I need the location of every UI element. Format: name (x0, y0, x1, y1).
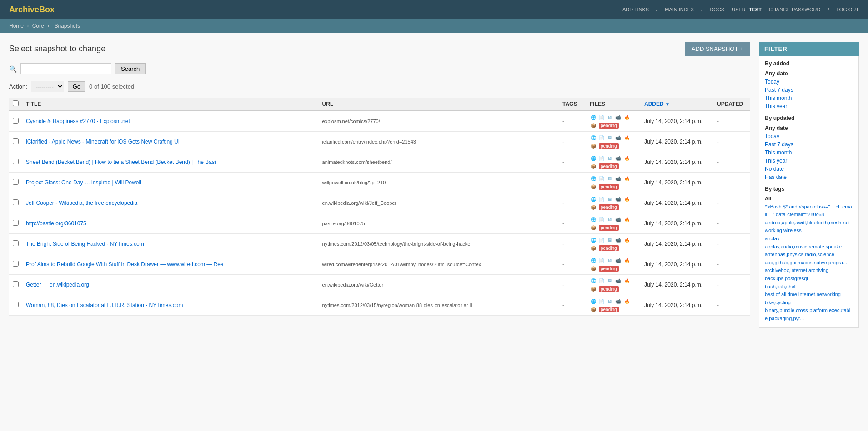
filter-tag-all[interactable]: All (765, 195, 853, 203)
wget-icon: 🔥 (623, 216, 631, 223)
updated-header[interactable]: UPDATED (713, 98, 750, 111)
row-url-cell: nytimes.com/2012/03/05/technology/the-br… (319, 234, 559, 254)
row-checkbox[interactable] (13, 138, 19, 144)
main-container: Select snapshot to change ADD SNAPSHOT +… (0, 33, 868, 337)
row-checkbox[interactable] (13, 118, 19, 124)
row-checkbox[interactable] (13, 159, 19, 164)
globe-icon: 🌐 (590, 257, 597, 264)
select-all-header[interactable] (9, 98, 22, 111)
row-title-link[interactable]: http://pastie.org/3601075 (26, 220, 86, 227)
screenshot-icon: 🖥 (606, 154, 613, 162)
search-button[interactable]: Search (115, 63, 146, 74)
pending-badge: pending (599, 307, 619, 312)
screenshot-icon: 🖥 (606, 195, 613, 203)
main-index-nav[interactable]: MAIN INDEX (665, 7, 694, 12)
archive-icon: 📦 (590, 224, 597, 231)
row-title-link[interactable]: Cyanide & Happiness #2770 - Explosm.net (26, 118, 130, 124)
filter-tag-archivebox[interactable]: archivebox,internet archiving (765, 267, 853, 275)
filter-tag-bash[interactable]: ^>Bash $* and <span class="__cf_email__"… (765, 203, 853, 219)
pending-badge: pending (599, 184, 619, 190)
filter-tag-bike[interactable]: bike,cycling (765, 299, 853, 307)
header-nav: ADD LINKS / MAIN INDEX / DOCS USER TEST … (622, 7, 859, 12)
add-snapshot-button[interactable]: ADD SNAPSHOT + (685, 42, 750, 56)
filter-tag-best-of[interactable]: best of all time,internet,networking (765, 291, 853, 299)
pending-badge: pending (599, 204, 619, 210)
filter-updated-no-date[interactable]: No date (765, 165, 853, 173)
row-checkbox[interactable] (13, 240, 19, 246)
row-checkbox-cell (9, 173, 22, 193)
docs-nav[interactable]: DOCS (710, 7, 724, 12)
row-tags: - (562, 118, 564, 124)
filter-tag-bash-fish[interactable]: bash,fish,shell (765, 283, 853, 291)
action-select[interactable]: --------- (31, 81, 64, 92)
row-url-cell: explosm.net/comics/2770/ (319, 111, 559, 132)
filter-updated-past-7-days[interactable]: Past 7 days (765, 140, 853, 149)
row-checkbox[interactable] (13, 199, 19, 205)
row-added-cell: July 14, 2020, 2:14 p.m. (641, 254, 713, 275)
screenshot-icon: 🖥 (606, 297, 613, 305)
row-updated: - (717, 220, 719, 227)
title-header[interactable]: TITLE (22, 98, 319, 111)
row-checkbox-cell (9, 152, 22, 173)
row-title-link[interactable]: Project Glass: One Day … inspired | Will… (26, 179, 141, 186)
log-out-nav[interactable]: LOG OUT (836, 7, 859, 12)
add-links-nav[interactable]: ADD LINKS (622, 7, 649, 12)
row-tags: - (562, 179, 564, 186)
row-tags: - (562, 282, 564, 288)
table-header-row: TITLE URL TAGS FILES ADDED ▼ UPDATED (9, 98, 750, 111)
row-files-cell: 🌐 📄 🖥 📹 🔥 📦 pending (586, 152, 641, 173)
row-title-link[interactable]: Getter — en.wikipedia.org (26, 282, 89, 288)
row-title-link[interactable]: Sheet Bend (Becket Bend) | How to tie a … (26, 159, 216, 165)
row-checkbox[interactable] (13, 179, 19, 185)
filter-tag-airplay-audio[interactable]: airplay,audio,music,remote,speake... (765, 243, 853, 251)
filter-updated-has-date[interactable]: Has date (765, 173, 853, 181)
row-added-cell: July 14, 2020, 2:14 p.m. (641, 295, 713, 316)
filter-added-today[interactable]: Today (765, 78, 853, 86)
row-url-cell: nytimes.com/2012/03/15/nyregion/woman-88… (319, 295, 559, 316)
archive-icon: 📦 (590, 163, 597, 170)
filter-added-this-month[interactable]: This month (765, 94, 853, 102)
row-title-cell: http://pastie.org/3601075 (22, 213, 319, 234)
row-checkbox-cell (9, 193, 22, 213)
row-title-link[interactable]: Jeff Cooper - Wikipedia, the free encycl… (26, 200, 137, 206)
row-checkbox[interactable] (13, 261, 19, 267)
doc-icon: 📄 (598, 154, 605, 162)
archive-icon: 📦 (590, 183, 597, 190)
row-title-link[interactable]: The Bright Side of Being Hacked - NYTime… (26, 241, 144, 247)
search-input[interactable] (20, 63, 111, 74)
logo[interactable]: ArchiveBox (9, 5, 55, 15)
change-password-nav[interactable]: CHANGE PASSWORD (769, 7, 820, 12)
select-all-checkbox[interactable] (13, 100, 19, 106)
row-tags-cell: - (559, 132, 586, 152)
row-title-link[interactable]: Prof Aims to Rebuild Google With Stuff I… (26, 261, 224, 268)
filter-updated-today[interactable]: Today (765, 132, 853, 140)
breadcrumb-home[interactable]: Home (9, 23, 24, 29)
filter-tag-app-github[interactable]: app,github,gui,macos,native,progra... (765, 259, 853, 267)
row-added: July 14, 2020, 2:14 p.m. (644, 139, 702, 145)
go-button[interactable]: Go (68, 81, 85, 92)
filter-added-this-year[interactable]: This year (765, 102, 853, 110)
row-added: July 14, 2020, 2:14 p.m. (644, 200, 702, 206)
row-updated-cell: - (713, 152, 750, 173)
row-title-link[interactable]: Woman, 88, Dies on Escalator at L.I.R.R.… (26, 302, 183, 308)
filter-tag-airdrop[interactable]: airdrop,apple,awdl,bluetooth,mesh-networ… (765, 219, 853, 235)
filter-updated-this-year[interactable]: This year (765, 157, 853, 165)
filter-updated-any-date[interactable]: Any date (765, 124, 853, 132)
row-checkbox[interactable] (13, 302, 19, 307)
row-added: July 14, 2020, 2:14 p.m. (644, 282, 702, 288)
filter-added-past-7-days[interactable]: Past 7 days (765, 86, 853, 94)
doc-icon: 📄 (598, 114, 605, 121)
row-checkbox[interactable] (13, 220, 19, 226)
added-header[interactable]: ADDED ▼ (641, 98, 713, 111)
row-checkbox[interactable] (13, 281, 19, 287)
screenshot-icon: 🖥 (606, 134, 613, 141)
filter-tag-backups[interactable]: backups,postgresql (765, 275, 853, 283)
breadcrumb-core[interactable]: Core (32, 23, 44, 29)
row-updated: - (717, 118, 719, 124)
filter-tag-antennas[interactable]: antennas,physics,radio,science (765, 251, 853, 259)
filter-added-any-date[interactable]: Any date (765, 69, 853, 78)
row-title-link[interactable]: iClarified - Apple News - Minecraft for … (26, 139, 180, 145)
filter-tag-binary[interactable]: binary,bundle,cross-platform,executable,… (765, 307, 853, 322)
filter-updated-this-month[interactable]: This month (765, 149, 853, 157)
filter-tag-airplay[interactable]: airplay (765, 235, 853, 243)
